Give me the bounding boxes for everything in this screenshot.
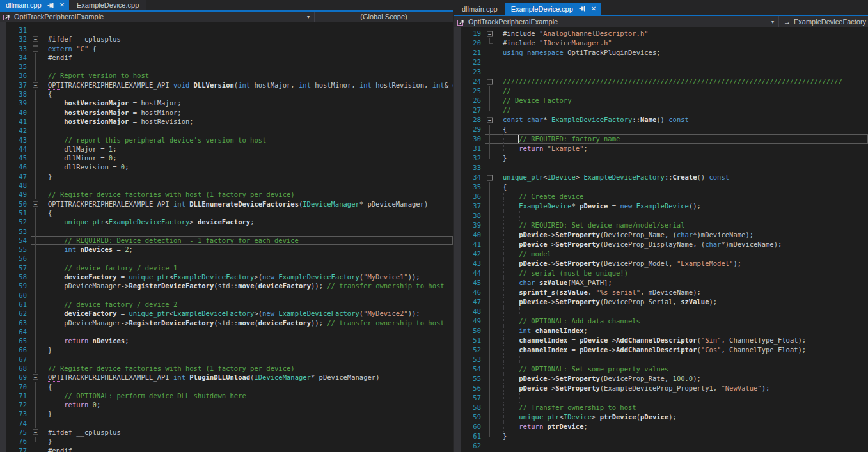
code-line[interactable]: 66}: [0, 345, 453, 354]
line-number[interactable]: 57: [0, 263, 31, 272]
code-line[interactable]: 46 sprintf_s(szValue, "%s-serial", mDevi…: [454, 288, 868, 297]
code-line[interactable]: 54 // REQUIRED: Device detection - 1 fac…: [0, 236, 453, 245]
fold-collapse-box[interactable]: −: [485, 77, 495, 86]
code-line[interactable]: 65 return nDevices;: [0, 336, 453, 345]
line-number[interactable]: 37: [0, 81, 31, 90]
line-number[interactable]: 36: [454, 192, 485, 201]
line-number[interactable]: 69: [0, 373, 31, 382]
fold-collapse-box[interactable]: −: [31, 81, 41, 90]
code-line[interactable]: 36 // Create device: [454, 192, 868, 201]
close-icon[interactable]: ✕: [591, 6, 596, 12]
line-number[interactable]: 63: [0, 318, 31, 327]
code-line[interactable]: 58 deviceFactory = unique_ptr<ExampleDev…: [0, 272, 453, 281]
fold-collapse-box[interactable]: −: [31, 44, 41, 53]
code-line[interactable]: 50 int channelIndex;: [454, 326, 868, 336]
code-line[interactable]: 52 channelIndex = pDevice->AddChannelDes…: [454, 345, 868, 355]
line-number[interactable]: 30: [454, 134, 485, 144]
code-line[interactable]: 28−const char* ExampleDeviceFactory::Nam…: [454, 115, 868, 125]
code-line[interactable]: 34#endif: [0, 53, 453, 62]
line-number[interactable]: 73: [0, 409, 31, 418]
line-number[interactable]: 46: [0, 162, 31, 171]
line-number[interactable]: 58: [454, 403, 485, 412]
code-line[interactable]: 33: [454, 163, 868, 173]
code-line[interactable]: 61 // device factory / device 2: [0, 300, 453, 309]
line-number[interactable]: 61: [0, 300, 31, 309]
line-number[interactable]: 77: [0, 446, 31, 452]
tab-exampledevice[interactable]: ExampleDevice.cpp: [69, 0, 146, 10]
code-line[interactable]: 41 pDevice->SetProperty(DeviceProp_Displ…: [454, 240, 868, 249]
code-line[interactable]: 56: [0, 254, 453, 263]
code-line[interactable]: 60 return ptrDevice;: [454, 422, 868, 432]
code-line[interactable]: 49// Register device factories with host…: [0, 190, 453, 199]
line-number[interactable]: 67: [0, 355, 31, 364]
line-number[interactable]: 54: [454, 364, 485, 374]
line-number[interactable]: 32: [454, 153, 485, 163]
code-line[interactable]: 59 pDeviceManager->RegisterDeviceFactory…: [0, 281, 453, 290]
line-number[interactable]: 51: [0, 208, 31, 217]
line-number[interactable]: 40: [454, 230, 485, 240]
code-line[interactable]: 35{: [454, 182, 868, 192]
line-number[interactable]: 70: [0, 382, 31, 391]
code-line[interactable]: 21using namespace OptiTrackPluginDevices…: [454, 48, 868, 58]
line-number[interactable]: 55: [0, 245, 31, 254]
member-dropdown[interactable]: → ExampleDeviceFactory: [779, 16, 868, 27]
line-number[interactable]: 47: [454, 297, 485, 307]
code-line[interactable]: 34−unique_ptr<IDevice> ExampleDeviceFact…: [454, 173, 868, 182]
line-number[interactable]: 48: [454, 307, 485, 316]
line-number[interactable]: 23: [454, 67, 485, 77]
line-number[interactable]: 66: [0, 345, 31, 354]
line-number[interactable]: 38: [454, 211, 485, 221]
code-line[interactable]: 77#endif: [0, 446, 453, 452]
line-number[interactable]: 26: [454, 96, 485, 105]
code-area-exampledevice[interactable]: 19−#include "AnalogChannelDescriptor.h"2…: [454, 27, 868, 452]
code-line[interactable]: 32}: [454, 153, 868, 163]
code-line[interactable]: 62 deviceFactory = unique_ptr<ExampleDev…: [0, 309, 453, 318]
collapse-icon[interactable]: −: [33, 201, 38, 207]
code-line[interactable]: 26// Device Factory: [454, 96, 868, 105]
line-number[interactable]: 60: [0, 291, 31, 300]
code-line[interactable]: 55 pDevice->SetProperty(DeviceProp_Rate,…: [454, 374, 868, 384]
line-number[interactable]: 49: [0, 190, 31, 199]
code-line[interactable]: 68// Register device factories with host…: [0, 364, 453, 373]
code-line[interactable]: 45 dllMinor = 0;: [0, 153, 453, 162]
line-number[interactable]: 72: [0, 400, 31, 409]
fold-collapse-box[interactable]: −: [31, 373, 41, 382]
line-number[interactable]: 44: [0, 144, 31, 153]
line-number[interactable]: 20: [454, 38, 485, 48]
line-number[interactable]: 56: [454, 384, 485, 393]
code-line[interactable]: 44 // serial (must be unique!): [454, 269, 868, 278]
line-number[interactable]: 32: [0, 35, 31, 43]
code-line[interactable]: 60: [0, 291, 453, 300]
line-number[interactable]: 51: [454, 336, 485, 345]
line-number[interactable]: 21: [454, 48, 485, 58]
line-number[interactable]: 68: [0, 364, 31, 373]
code-line[interactable]: 47}: [0, 172, 453, 181]
code-line[interactable]: 29{: [454, 125, 868, 134]
line-number[interactable]: 29: [454, 125, 485, 134]
line-number[interactable]: 33: [454, 163, 485, 173]
code-line[interactable]: 54 // OPTIONAL: Set some property values: [454, 364, 868, 374]
line-number[interactable]: 39: [0, 98, 31, 107]
code-line[interactable]: 74: [0, 419, 453, 428]
code-line[interactable]: 48: [454, 307, 868, 316]
collapse-icon[interactable]: −: [33, 430, 38, 435]
line-number[interactable]: 53: [454, 355, 485, 364]
line-number[interactable]: 46: [454, 288, 485, 297]
code-line[interactable]: 33−extern "C" {: [0, 44, 453, 53]
line-number[interactable]: 47: [0, 172, 31, 181]
code-line[interactable]: 53: [454, 355, 868, 364]
code-line[interactable]: 51 channelIndex = pDevice->AddChannelDes…: [454, 336, 868, 345]
code-line[interactable]: 56 pDevice->SetProperty(ExampleDevicePro…: [454, 384, 868, 393]
code-line[interactable]: 19−#include "AnalogChannelDescriptor.h": [454, 29, 868, 38]
line-number[interactable]: 61: [454, 432, 485, 441]
code-line[interactable]: 53: [0, 227, 453, 236]
fold-collapse-box[interactable]: −: [31, 428, 41, 437]
line-number[interactable]: 43: [454, 259, 485, 269]
line-number[interactable]: 45: [0, 153, 31, 162]
line-number[interactable]: 42: [0, 126, 31, 135]
code-line[interactable]: 72 return 0;: [0, 400, 453, 409]
line-number[interactable]: 74: [0, 419, 31, 428]
line-number[interactable]: 28: [454, 115, 485, 125]
pin-icon[interactable]: [47, 2, 54, 9]
pin-icon[interactable]: [579, 5, 586, 12]
